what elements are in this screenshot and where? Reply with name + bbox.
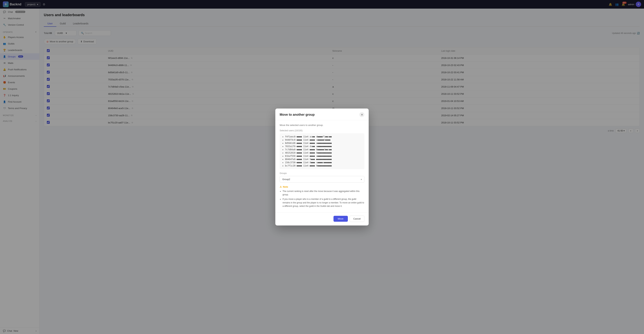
- modal-body: Move the selected users to another group…: [275, 120, 369, 213]
- selected-user-item: 9446f4c0-●●●● 11e4 ●●●● c●●●●●b●●●●: [285, 138, 362, 142]
- modal-subtitle: Move the selected users to another group…: [280, 124, 364, 126]
- modal-title: Move to another group: [280, 113, 315, 117]
- selected-user-item: f4f1eec0-●●●● 11e4 ac●● d●●●●f1●●a●●: [285, 135, 362, 138]
- selected-user-item: 81baf550-●●●● 11e4 ●●●● a●●●●●●●●●●●: [285, 154, 362, 158]
- selected-users-label: Selected users (10/100): [280, 129, 364, 132]
- modal-overlay[interactable]: Move to another group ✕ Move the selecte…: [0, 0, 644, 334]
- note-item: The current ranking is reset after the m…: [282, 190, 364, 196]
- note-header: ⚠ Note: [280, 185, 364, 188]
- selected-user-item: 8d5b61d0-●●●● 11e4 ●●●● a●●●●●●●●●●●: [285, 142, 362, 145]
- modal-header: Move to another group ✕: [275, 108, 369, 120]
- groups-select[interactable]: Group2 Group1 Group3: [280, 176, 364, 183]
- groups-label: Groups: [280, 172, 364, 175]
- move-to-group-modal: Move to another group ✕ Move the selecte…: [275, 108, 369, 226]
- selected-user-item: 48152810-●●●● 11e4 ●●●● 8●●●●●●●●●●●: [285, 151, 362, 154]
- modal-footer: Move Cancel: [275, 213, 369, 226]
- selected-user-item: bc7f1c20-●●●● 11e4 ●●●● 0●●●●●●●●●●●: [285, 164, 362, 167]
- selected-user-item: 80464fe0-●●●● 11e4 9●●● ●●●●●●●●●●●●: [285, 158, 362, 161]
- warning-icon: ⚠: [280, 185, 282, 188]
- modal-cancel-button[interactable]: Cancel: [350, 216, 364, 222]
- selected-users-list: f4f1eec0-●●●● 11e4 ac●● d●●●●f1●●a●●9446…: [280, 133, 364, 169]
- selected-user-item: 7033a1f0-●●●● 11e4 de●● a●●●●●●●●●●●: [285, 145, 362, 148]
- modal-move-button[interactable]: Move: [334, 216, 348, 222]
- note-item: If you move a player who is a member of …: [282, 198, 364, 208]
- note-content: The current ranking is reset after the m…: [280, 190, 364, 208]
- selected-user-item: 158c3730-●●●● 11e4 8●●● c●●●●a●●●●●●: [285, 161, 362, 164]
- selected-user-item: 7c7d84a0-●●●● 11e4 ●●●● 8●●●●●d●●a●●: [285, 148, 362, 151]
- groups-select-wrapper: Group2 Group1 Group3: [280, 176, 364, 183]
- modal-close-button[interactable]: ✕: [359, 112, 364, 117]
- note-section: ⚠ Note The current ranking is reset afte…: [280, 185, 364, 208]
